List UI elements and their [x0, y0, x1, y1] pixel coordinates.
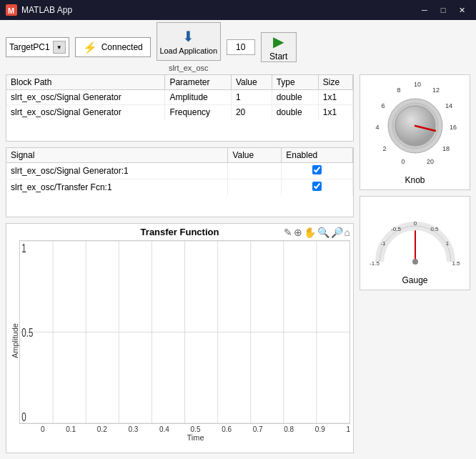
knob-container: 0 2 4 6 8 10 12 14 16 18 20 Knob [360, 74, 470, 190]
svg-text:0.5: 0.5 [21, 326, 33, 339]
window-controls: ─ □ ✕ [416, 3, 470, 17]
y-axis-label: Amplitude [9, 240, 19, 442]
main-content: TargetPC1 ▼ ⚡ Connected ⬇ Load Applicati… [0, 20, 476, 459]
signals-table-container: Signal Value Enabled slrt_ex_osc/Signal … [6, 147, 354, 217]
left-panel: Block Path Parameter Value Type Size slr… [6, 74, 354, 453]
svg-text:6: 6 [381, 102, 385, 109]
table-cell: slrt_ex_osc/Signal Generator [6, 105, 165, 120]
params-table: Block Path Parameter Value Type Size slr… [6, 75, 353, 119]
x-axis-label: Time [19, 433, 350, 442]
right-panel: 0 2 4 6 8 10 12 14 16 18 20 Knob [360, 74, 470, 453]
time-input[interactable] [227, 39, 255, 55]
window-title: MATLAB App [21, 5, 412, 15]
table-cell: double [272, 90, 318, 105]
col-parameter: Parameter [165, 75, 231, 90]
svg-text:0: 0 [401, 158, 405, 165]
app-name-label: slrt_ex_osc [169, 64, 209, 72]
body-row: Block Path Parameter Value Type Size slr… [6, 74, 470, 453]
signal-enabled-cell[interactable] [282, 179, 353, 196]
signal-name-cell: slrt_ex_osc/Signal Generator:1 [6, 163, 228, 179]
svg-text:10: 10 [413, 81, 420, 88]
svg-text:16: 16 [449, 124, 456, 131]
svg-text:4: 4 [375, 124, 379, 131]
col-size: Size [318, 75, 352, 90]
svg-text:0: 0 [413, 220, 417, 227]
table-cell: 1x1 [318, 90, 352, 105]
gauge-container: -1.5 -1 -0.5 0 0.5 1 1.5 Gauge [360, 196, 470, 290]
connected-label: Connected [101, 42, 143, 52]
start-button[interactable]: ▶ Start [261, 32, 297, 62]
signal-name-cell: slrt_ex_osc/Transfer Fcn:1 [6, 179, 228, 196]
col-signal-value: Value [228, 148, 282, 163]
chart-wrapper: Amplitude [9, 240, 350, 442]
load-application-button[interactable]: ⬇ Load Application [157, 22, 221, 61]
col-signal: Signal [6, 148, 228, 163]
toolbar: TargetPC1 ▼ ⚡ Connected ⬇ Load Applicati… [6, 26, 470, 69]
knob-label: Knob [405, 175, 425, 185]
gauge-label: Gauge [402, 275, 427, 285]
pan-icon[interactable]: ✋ [304, 227, 316, 238]
chart-area: Transfer Function ✎ ⊕ ✋ 🔍 🔎 ⌂ Amplitude [6, 223, 354, 453]
target-dropdown[interactable]: TargetPC1 ▼ [6, 37, 69, 57]
svg-text:2: 2 [382, 145, 386, 152]
table-cell[interactable]: 20 [231, 105, 272, 120]
col-block-path: Block Path [6, 75, 165, 90]
svg-text:1: 1 [445, 240, 449, 247]
minimize-button[interactable]: ─ [416, 3, 433, 17]
gauge-svg: -1.5 -1 -0.5 0 0.5 1 1.5 [369, 201, 462, 272]
table-cell: double [272, 105, 318, 120]
table-cell: slrt_ex_osc/Signal Generator [6, 90, 165, 105]
svg-point-33 [412, 259, 418, 265]
target-label: TargetPC1 [9, 42, 50, 52]
svg-text:-1.5: -1.5 [370, 260, 380, 267]
load-app-icon: ⬇ [182, 28, 194, 45]
signal-value-cell [228, 163, 282, 179]
connected-button[interactable]: ⚡ Connected [75, 37, 151, 57]
svg-text:20: 20 [426, 158, 433, 165]
chart-toolbar: ✎ ⊕ ✋ 🔍 🔎 ⌂ [284, 227, 350, 238]
chart-plot: 1 0.5 0 [19, 240, 350, 424]
params-table-container: Block Path Parameter Value Type Size slr… [6, 74, 354, 142]
svg-text:12: 12 [432, 87, 439, 94]
signal-enabled-cell[interactable] [282, 163, 353, 179]
svg-text:-1: -1 [380, 240, 386, 247]
data-cursor-icon[interactable]: ⊕ [294, 227, 302, 238]
svg-text:8: 8 [397, 87, 400, 94]
table-cell: Amplitude [165, 90, 231, 105]
table-row: slrt_ex_osc/Transfer Fcn:1 [6, 179, 353, 196]
app-icon: M [6, 4, 17, 16]
close-button[interactable]: ✕ [453, 3, 470, 17]
svg-text:0: 0 [21, 410, 26, 423]
table-cell: Frequency [165, 105, 231, 120]
zoom-out-icon[interactable]: 🔎 [331, 227, 343, 238]
col-type: Type [272, 75, 318, 90]
col-enabled: Enabled [282, 148, 353, 163]
dropdown-arrow-icon: ▼ [53, 41, 66, 54]
enabled-checkbox[interactable] [312, 182, 322, 191]
table-cell[interactable]: 1 [231, 90, 272, 105]
table-cell: 1x1 [318, 105, 352, 120]
play-icon: ▶ [273, 33, 284, 50]
signal-value-cell [228, 179, 282, 196]
svg-text:18: 18 [442, 145, 449, 152]
svg-text:M: M [8, 6, 14, 15]
maximize-button[interactable]: □ [435, 3, 452, 17]
svg-text:-0.5: -0.5 [391, 226, 401, 232]
svg-text:14: 14 [445, 102, 452, 109]
table-row: slrt_ex_osc/Signal Generator:1 [6, 163, 353, 179]
enabled-checkbox[interactable] [312, 165, 322, 174]
col-value: Value [231, 75, 272, 90]
zoom-in-icon[interactable]: 🔍 [317, 227, 329, 238]
signals-table: Signal Value Enabled slrt_ex_osc/Signal … [6, 148, 353, 195]
start-label: Start [269, 51, 287, 61]
load-app-label: Load Application [159, 46, 217, 55]
table-row: slrt_ex_osc/Signal GeneratorAmplitude1do… [6, 90, 353, 105]
home-icon[interactable]: ⌂ [344, 227, 350, 238]
svg-text:0.5: 0.5 [430, 226, 439, 232]
x-axis-labels: 00.10.20.30.40.50.60.70.80.91 [19, 425, 350, 433]
table-row: slrt_ex_osc/Signal GeneratorFrequency20d… [6, 105, 353, 120]
title-bar: M MATLAB App ─ □ ✕ [0, 0, 476, 20]
connected-icon: ⚡ [83, 41, 97, 54]
knob-svg: 0 2 4 6 8 10 12 14 16 18 20 [369, 79, 462, 172]
edit-icon[interactable]: ✎ [284, 227, 292, 238]
